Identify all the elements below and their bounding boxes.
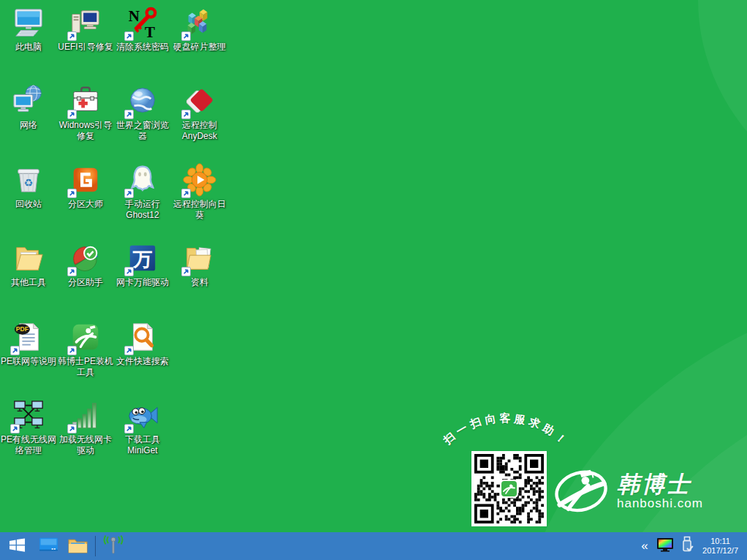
network-icon (12, 84, 45, 118)
anydesk-icon (183, 84, 216, 118)
desktop-icon-file-search[interactable]: 文件快速搜索 (114, 320, 171, 367)
taskbar-explorer-button[interactable] (63, 532, 92, 560)
desktop-icon-label: 加载无线网卡驱动 (56, 434, 115, 456)
desktop-icon-label: 下载工具MiniGet (113, 434, 172, 456)
world-browser-icon (126, 84, 159, 118)
desktop-icon-label: 其他工具 (0, 277, 58, 288)
wifi-driver-icon (69, 398, 102, 432)
tray-expand-button[interactable]: « (635, 539, 654, 553)
desktop-icon-label: 分区大师 (56, 199, 115, 210)
shortcut-arrow-icon (124, 31, 134, 41)
shortcut-arrow-icon (124, 189, 134, 198)
tray-usb-button[interactable] (676, 532, 698, 560)
brand-logo-block: 韩博士 hanboshi.com (554, 463, 703, 521)
desktop-icon-ghost[interactable]: 手动运行Ghost12 (114, 163, 171, 221)
shortcut-arrow-icon (67, 189, 77, 198)
partition-assistant-icon (69, 241, 102, 275)
desktop-icon (39, 537, 58, 556)
desktop-icon-label: 回收站 (0, 199, 58, 210)
folder-icon (68, 537, 88, 556)
desktop-icon-sunflower[interactable]: 远程控制向日葵 (171, 163, 228, 221)
usb-drive-icon (680, 536, 694, 556)
taskbar-clock[interactable]: 10:11 2017/12/7 (698, 537, 747, 556)
desktop-icon-boot-repair-kit[interactable]: Widnows引导修复 (57, 84, 114, 142)
antenna-icon (103, 534, 124, 558)
windows-logo-icon (9, 537, 26, 556)
sunflower-icon (183, 163, 216, 197)
wallpaper-swoosh (577, 358, 747, 560)
desktop-icon-wifi-driver[interactable]: 加载无线网卡驱动 (57, 398, 114, 456)
desktop-icon-label: 清除系统密码 (113, 42, 172, 53)
diskgenius-icon (69, 163, 102, 197)
desktop-icon-label: UEFI引导修复 (56, 42, 115, 53)
start-button[interactable] (0, 532, 34, 560)
wallpaper[interactable]: 此电脑UEFI引导修复NT清除系统密码硬盘碎片整理网络Widnows引导修复世界… (0, 0, 747, 532)
scan-text-char: 扫 (468, 415, 483, 432)
shortcut-arrow-icon (67, 424, 77, 434)
desktop-icon-hanboshi-pe[interactable]: 韩博士PE装机工具 (57, 320, 114, 378)
desktop-icon-miniget-fish[interactable]: 下载工具MiniGet (114, 398, 171, 456)
recycle-bin-icon: ♻ (12, 163, 45, 197)
shortcut-arrow-icon (67, 267, 77, 276)
desktop-icon-anydesk[interactable]: 远程控制AnyDesk (171, 84, 228, 142)
folder-docs-icon (183, 241, 216, 275)
taskbar-network-tool-button[interactable] (99, 532, 128, 560)
folder-open-icon (12, 241, 45, 275)
desktop-icon-label: 远程控制AnyDesk (170, 120, 230, 142)
ghost-icon (126, 163, 159, 197)
desktop-icon-label: 此电脑 (0, 42, 58, 53)
hanboshi-pe-icon (69, 320, 102, 354)
shortcut-arrow-icon (181, 110, 191, 119)
wan-nic-driver-icon: 万 (126, 241, 159, 275)
shortcut-arrow-icon (67, 346, 77, 355)
desktop-icon-label: 网络 (0, 120, 58, 131)
desktop-icon-world-browser[interactable]: 世界之窗浏览器 (114, 84, 171, 142)
miniget-fish-icon (126, 398, 159, 432)
desktop-icon-folder-docs[interactable]: 资料 (171, 241, 228, 288)
wallpaper-swoosh (698, 0, 747, 227)
disk-defrag-icon (183, 6, 216, 39)
brand-domain: hanboshi.com (617, 496, 703, 511)
desktop-icon-label: 硬盘碎片整理 (170, 42, 230, 53)
this-pc-icon (12, 6, 45, 39)
desktop-icon-pdf-doc[interactable]: PDFPE联网等说明 (0, 320, 57, 367)
desktop-icon-diskgenius[interactable]: 分区大师 (57, 163, 114, 210)
nt-password-icon: NT (126, 6, 159, 39)
customer-service-qr-code (471, 451, 547, 526)
system-tray: « 10:11 2017/12/7 (635, 532, 747, 560)
scan-text-char: 客 (500, 412, 511, 425)
clock-time: 10:11 (702, 537, 738, 546)
desktop-icon-network[interactable]: 网络 (0, 84, 57, 131)
shortcut-arrow-icon (67, 31, 77, 41)
scan-text-char: 扫 (441, 429, 458, 447)
desktop-icon-label: PE有线无线网络管理 (0, 434, 58, 456)
desktop-icon-disk-defrag[interactable]: 硬盘碎片整理 (171, 6, 228, 53)
desktop-icon-recycle-bin[interactable]: ♻回收站 (0, 163, 57, 210)
shortcut-arrow-icon (124, 110, 134, 119)
desktop-icon-nt-password[interactable]: NT清除系统密码 (114, 6, 171, 53)
desktop-icon-label: 资料 (170, 277, 230, 288)
desktop-icon-label: 世界之窗浏览器 (113, 120, 172, 142)
file-search-icon (126, 320, 159, 354)
pe-desktop-screen: 此电脑UEFI引导修复NT清除系统密码硬盘碎片整理网络Widnows引导修复世界… (0, 0, 747, 560)
desktop-icon-folder-open[interactable]: 其他工具 (0, 241, 57, 288)
desktop-icon-label: 远程控制向日葵 (170, 199, 230, 221)
shortcut-arrow-icon (181, 31, 191, 41)
scan-text-char: 助 (540, 421, 556, 439)
hanboshi-logo-icon (554, 463, 611, 521)
desktop-icon-network-manager[interactable]: PE有线无线网络管理 (0, 398, 57, 456)
shortcut-arrow-icon (124, 346, 134, 355)
pdf-doc-icon: PDF (12, 320, 45, 354)
uefi-repair-icon (69, 6, 102, 39)
scan-text-char: 一 (454, 421, 470, 439)
desktop-icon-this-pc[interactable]: 此电脑 (0, 6, 57, 53)
desktop-icon-label: 文件快速搜索 (113, 356, 172, 367)
svg-text:T: T (145, 23, 155, 39)
desktop-icon-partition-assistant[interactable]: 分区助手 (57, 241, 114, 288)
tray-display-button[interactable] (654, 532, 676, 560)
taskbar-desktop-button[interactable] (34, 532, 63, 560)
desktop-icon-wan-nic-driver[interactable]: 万网卡万能驱动 (114, 241, 171, 288)
desktop-icon-uefi-repair[interactable]: UEFI引导修复 (57, 6, 114, 53)
taskbar: « 10:11 2017/12/7 (0, 532, 747, 560)
desktop-icon-label: 网卡万能驱动 (113, 277, 172, 288)
